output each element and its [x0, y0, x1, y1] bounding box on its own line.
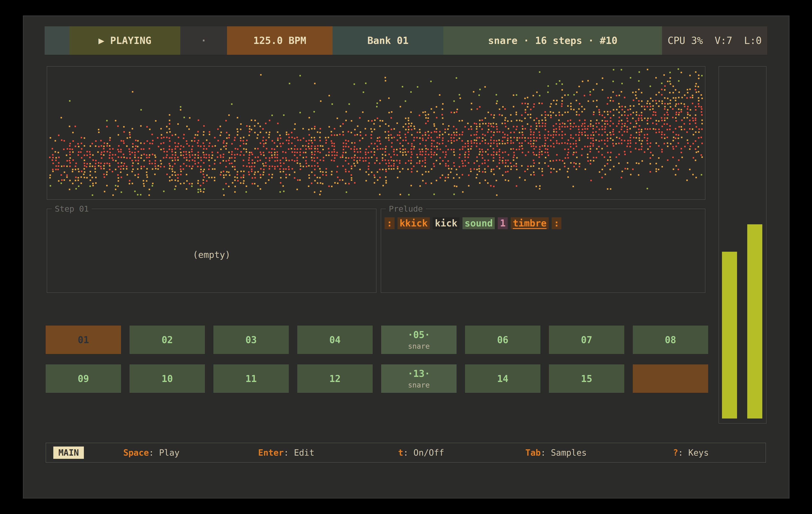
step-button[interactable]: 04: [297, 326, 373, 354]
key-hint-key: Space: [123, 448, 149, 458]
step-detail-panel: Step 01 (empty): [47, 204, 376, 293]
system-stats: CPU 3% V:7 L:0: [662, 26, 767, 55]
prelude-panel-title: Prelude: [386, 204, 426, 213]
key-hint-key: t: [398, 448, 403, 458]
step-button[interactable]: ·05·snare: [381, 326, 457, 354]
key-hint: Enter: Edit: [219, 448, 353, 458]
key-hint-key: Enter: [258, 448, 284, 458]
step-button[interactable]: ·13·snare: [381, 364, 457, 393]
meter-bar-left: [722, 252, 737, 419]
step-label: 10: [162, 373, 173, 384]
step-button[interactable]: 03: [213, 326, 289, 354]
meter-bar-right: [747, 224, 762, 419]
sample-visualizer-panel: [47, 66, 705, 200]
sample-scatter-canvas: [47, 67, 705, 199]
step-label: 14: [497, 373, 509, 384]
step-panel-title: Step 01: [52, 204, 92, 213]
key-hint: Tab: Samples: [489, 448, 624, 458]
code-token[interactable]: 1: [498, 217, 508, 229]
step-button[interactable]: 01: [46, 326, 121, 354]
step-button[interactable]: 08: [633, 326, 708, 354]
step-button[interactable]: [633, 364, 708, 393]
step-label: 06: [497, 334, 509, 345]
step-empty-label: (empty): [47, 249, 376, 260]
step-label: 09: [78, 373, 89, 384]
code-token[interactable]: sound: [463, 217, 495, 229]
top-status-bar: ▶ PLAYING · 125.0 BPM Bank 01 snare · 16…: [45, 26, 767, 55]
level-meter-panel: [719, 66, 766, 424]
step-grid: 01020304·05·snare06070809101112·13·snare…: [46, 326, 708, 393]
step-label: 12: [329, 373, 341, 384]
key-hint-desc: : Samples: [541, 448, 587, 458]
app-window: ▶ PLAYING · 125.0 BPM Bank 01 snare · 16…: [23, 16, 789, 498]
key-hint-desc: : Keys: [678, 448, 709, 458]
step-sublabel: snare: [408, 381, 430, 389]
step-button[interactable]: 11: [213, 364, 289, 393]
code-token[interactable]: kick: [433, 217, 460, 229]
key-hint-desc: : Play: [149, 448, 180, 458]
step-button[interactable]: 15: [549, 364, 624, 393]
bank-display[interactable]: Bank 01: [332, 26, 443, 55]
step-button[interactable]: 14: [465, 364, 541, 393]
tempo-led: [45, 26, 69, 55]
key-hint-desc: : On/Off: [403, 448, 444, 458]
step-label: 15: [581, 373, 592, 384]
code-token[interactable]: timbre: [511, 217, 549, 229]
key-hint-desc: : Edit: [284, 448, 315, 458]
mode-badge: MAIN: [53, 447, 84, 459]
step-button[interactable]: 06: [465, 326, 541, 354]
step-label: 01: [78, 334, 89, 345]
prelude-code-row[interactable]: :kkickkicksound1timbre:: [384, 217, 561, 229]
step-sublabel: snare: [408, 342, 430, 351]
prelude-panel: Prelude :kkickkicksound1timbre:: [381, 204, 705, 293]
step-label: 04: [329, 334, 341, 345]
step-button[interactable]: 02: [129, 326, 205, 354]
code-token[interactable]: kkick: [398, 217, 430, 229]
step-label: 03: [245, 334, 257, 345]
code-token[interactable]: :: [552, 217, 562, 229]
metronome-indicator: ·: [180, 26, 227, 55]
code-token[interactable]: :: [384, 217, 395, 229]
step-label: ·13·: [408, 368, 430, 379]
transport-status[interactable]: ▶ PLAYING: [69, 26, 180, 55]
key-hint: Space: Play: [84, 448, 219, 458]
key-hint: ?: Keys: [624, 448, 758, 458]
step-label: 11: [245, 373, 257, 384]
step-button[interactable]: 07: [549, 326, 624, 354]
bpm-display[interactable]: 125.0 BPM: [227, 26, 332, 55]
footer-bar: MAIN Space: PlayEnter: Editt: On/OffTab:…: [46, 443, 766, 463]
key-hint-key: ?: [673, 448, 678, 458]
step-button[interactable]: 12: [297, 364, 373, 393]
step-button[interactable]: 10: [129, 364, 205, 393]
step-button[interactable]: 09: [46, 364, 121, 393]
step-label: ·05·: [408, 329, 430, 340]
step-label: 02: [162, 334, 173, 345]
step-label: 07: [581, 334, 592, 345]
track-info[interactable]: snare · 16 steps · #10: [443, 26, 662, 55]
step-label: 08: [665, 334, 676, 345]
key-hint-key: Tab: [525, 448, 541, 458]
key-hint: t: On/Off: [354, 448, 489, 458]
